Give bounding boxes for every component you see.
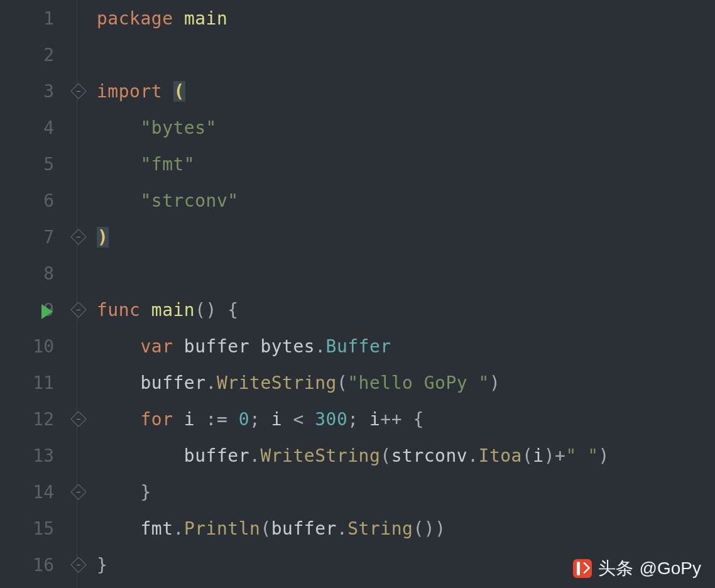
line-number: 14 xyxy=(0,482,65,503)
gutter-row: 4 xyxy=(0,109,65,146)
code-area[interactable]: package mainimport ( "bytes" "fmt" "strc… xyxy=(92,0,715,588)
code-text: "strconv" xyxy=(97,190,239,211)
line-number: 5 xyxy=(0,154,65,175)
toutiao-icon xyxy=(573,559,592,578)
code-line[interactable]: ) xyxy=(97,219,715,255)
gutter-row: 10 xyxy=(0,328,65,364)
fold-cell: − xyxy=(65,291,92,328)
code-line[interactable]: buffer.WriteString(strconv.Itoa(i)+" ") xyxy=(97,437,715,474)
line-number: 8 xyxy=(0,263,65,284)
gutter-row: 1 xyxy=(0,0,65,36)
code-line[interactable]: package main xyxy=(97,0,715,36)
fold-cell xyxy=(65,510,92,547)
fold-column: −−−−−− xyxy=(65,0,92,588)
fold-cell xyxy=(65,0,92,36)
fold-cell xyxy=(65,364,92,401)
code-line[interactable]: } xyxy=(97,474,715,510)
gutter-row: 9 xyxy=(0,291,65,328)
gutter-row: 13 xyxy=(0,437,65,474)
code-text: buffer.WriteString("hello GoPy ") xyxy=(97,373,500,393)
line-number: 7 xyxy=(0,227,65,248)
fold-close-icon[interactable]: − xyxy=(70,484,86,499)
line-number: 15 xyxy=(0,518,65,539)
code-line[interactable]: "strconv" xyxy=(97,182,715,219)
code-line[interactable] xyxy=(97,255,715,291)
fold-cell xyxy=(65,255,92,291)
fold-cell: − xyxy=(65,401,92,437)
line-number: 16 xyxy=(0,555,65,575)
fold-open-icon[interactable]: − xyxy=(70,302,86,317)
gutter-row: 8 xyxy=(0,255,65,291)
gutter-row: 11 xyxy=(0,364,65,401)
fold-cell: − xyxy=(65,547,92,583)
line-number: 12 xyxy=(0,409,65,430)
run-icon[interactable] xyxy=(41,304,53,319)
line-number: 9 xyxy=(0,300,65,320)
fold-cell: − xyxy=(65,73,92,109)
line-number: 11 xyxy=(0,373,65,393)
line-number: 6 xyxy=(0,190,65,211)
code-text: fmt.Println(buffer.String()) xyxy=(97,518,446,539)
line-number-gutter: 12345678910111213141516 xyxy=(0,0,65,588)
code-text: } xyxy=(97,482,151,503)
fold-cell: − xyxy=(65,474,92,510)
code-text: var buffer bytes.Buffer xyxy=(97,336,391,357)
code-text: package main xyxy=(97,8,227,29)
gutter-row: 12 xyxy=(0,401,65,437)
line-number: 10 xyxy=(0,336,65,357)
fold-cell xyxy=(65,182,92,219)
line-number: 13 xyxy=(0,445,65,466)
watermark: 头条 @GoPy xyxy=(573,557,701,580)
fold-close-icon[interactable]: − xyxy=(70,229,86,244)
code-text: ) xyxy=(97,227,109,248)
fold-open-icon[interactable]: − xyxy=(70,411,86,427)
gutter-row: 15 xyxy=(0,510,65,547)
gutter-row: 2 xyxy=(0,36,65,73)
code-line[interactable] xyxy=(97,36,715,73)
code-line[interactable]: var buffer bytes.Buffer xyxy=(97,328,715,364)
line-number: 3 xyxy=(0,81,65,102)
fold-cell: − xyxy=(65,219,92,255)
code-text: import ( xyxy=(97,81,185,102)
code-text: "fmt" xyxy=(97,154,195,175)
gutter-row: 16 xyxy=(0,547,65,583)
gutter-row: 3 xyxy=(0,73,65,109)
code-text: } xyxy=(97,555,107,575)
code-line[interactable]: func main() { xyxy=(97,291,715,328)
gutter-row: 14 xyxy=(0,474,65,510)
gutter-row: 7 xyxy=(0,219,65,255)
gutter-row: 5 xyxy=(0,146,65,182)
fold-cell xyxy=(65,328,92,364)
code-line[interactable]: for i := 0; i < 300; i++ { xyxy=(97,401,715,437)
fold-open-icon[interactable]: − xyxy=(70,83,86,99)
code-editor[interactable]: 12345678910111213141516 −−−−−− package m… xyxy=(0,0,715,588)
code-line[interactable]: import ( xyxy=(97,73,715,109)
gutter-row: 6 xyxy=(0,182,65,219)
fold-cell xyxy=(65,146,92,182)
code-line[interactable]: buffer.WriteString("hello GoPy ") xyxy=(97,364,715,401)
line-number: 2 xyxy=(0,45,65,65)
code-line[interactable]: "fmt" xyxy=(97,146,715,182)
watermark-handle: @GoPy xyxy=(640,558,701,579)
line-number: 1 xyxy=(0,8,65,29)
fold-cell xyxy=(65,109,92,146)
watermark-prefix: 头条 xyxy=(598,557,633,580)
code-text: func main() { xyxy=(97,300,239,320)
code-line[interactable]: fmt.Println(buffer.String()) xyxy=(97,510,715,547)
fold-cell xyxy=(65,437,92,474)
line-number: 4 xyxy=(0,117,65,138)
code-text: "bytes" xyxy=(97,117,217,138)
fold-close-icon[interactable]: − xyxy=(70,557,86,572)
code-text: for i := 0; i < 300; i++ { xyxy=(97,409,424,430)
code-text: buffer.WriteString(strconv.Itoa(i)+" ") xyxy=(97,445,609,466)
code-line[interactable]: "bytes" xyxy=(97,109,715,146)
fold-cell xyxy=(65,36,92,73)
